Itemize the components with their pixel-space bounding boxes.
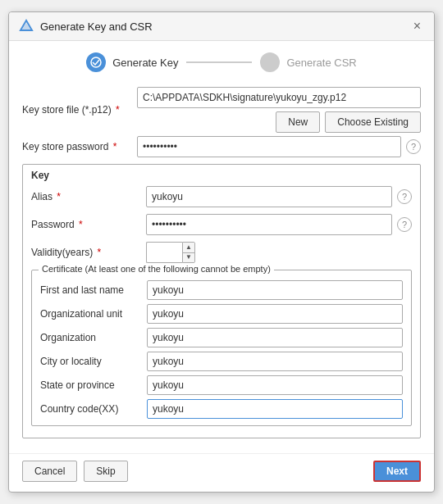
alias-row: Alias * ? (31, 186, 412, 207)
validity-up-arrow[interactable]: ▲ (183, 243, 194, 253)
key-password-row: Password * ? (31, 214, 412, 235)
cert-input-2[interactable] (147, 328, 403, 347)
step2-label: Generate CSR (286, 57, 356, 69)
key-section-label: Key (31, 170, 412, 181)
new-button[interactable]: New (276, 111, 320, 133)
step-connector (186, 61, 252, 63)
skip-button[interactable]: Skip (84, 461, 127, 482)
keystore-password-label: Key store password * (22, 141, 137, 152)
cert-label-2: Organization (40, 332, 147, 343)
stepper: Generate Key Generate CSR (9, 41, 434, 80)
alias-input[interactable] (146, 186, 392, 207)
certificate-section: Certificate (At least one of the followi… (31, 270, 412, 426)
choose-existing-button[interactable]: Choose Existing (325, 111, 421, 133)
keystore-file-row: Key store file (*.p12) * New Choose Exis… (22, 87, 421, 133)
cert-row-4: State or province (40, 375, 403, 395)
cert-input-5[interactable] (147, 399, 403, 419)
footer-left-buttons: Cancel Skip (22, 461, 128, 482)
footer: Cancel Skip Next (9, 453, 434, 492)
cert-input-3[interactable] (147, 352, 403, 371)
cert-row-5: Country code(XX) (40, 399, 403, 419)
cert-input-4[interactable] (147, 375, 403, 395)
app-icon (19, 19, 34, 34)
key-password-input[interactable] (146, 214, 392, 235)
next-button[interactable]: Next (373, 461, 421, 482)
cert-row-2: Organization (40, 328, 403, 347)
file-buttons: New Choose Existing (137, 111, 421, 133)
validity-input[interactable]: 25 (146, 242, 182, 263)
step1-label: Generate Key (112, 57, 178, 69)
cert-label-4: State or province (40, 379, 147, 391)
cert-legend: Certificate (At least one of the followi… (39, 264, 274, 274)
validity-label: Validity(years) * (31, 247, 146, 258)
keystore-password-help-icon[interactable]: ? (406, 139, 421, 154)
cancel-button[interactable]: Cancel (22, 461, 77, 482)
cert-row-0: First and last name (40, 280, 403, 300)
key-password-label: Password * (31, 219, 146, 230)
keystore-required: * (116, 104, 120, 116)
form-content: Key store file (*.p12) * New Choose Exis… (9, 80, 434, 453)
validity-row: Validity(years) * 25 ▲ ▼ (31, 242, 412, 263)
keystore-password-row: Key store password * ? (22, 136, 421, 157)
keystore-file-label: Key store file (*.p12) * (22, 104, 137, 116)
step-1: Generate Key (86, 52, 178, 72)
titlebar: Generate Key and CSR × (9, 12, 434, 41)
keystore-file-input-area: New Choose Existing (137, 87, 421, 133)
step1-circle (86, 52, 106, 72)
close-button[interactable]: × (410, 20, 424, 33)
key-section: Key Alias * ? Password * (22, 164, 421, 438)
cert-input-1[interactable] (147, 304, 403, 324)
cert-row-3: City or locality (40, 352, 403, 371)
cert-label-0: First and last name (40, 284, 147, 296)
alias-label: Alias * (31, 191, 146, 202)
keystore-password-input[interactable] (137, 136, 401, 157)
alias-help-icon[interactable]: ? (397, 189, 412, 204)
titlebar-left: Generate Key and CSR (19, 19, 153, 34)
cert-label-1: Organizational unit (40, 308, 147, 320)
validity-spinner: 25 ▲ ▼ (146, 242, 195, 263)
password-required: * (113, 141, 117, 152)
validity-down-arrow[interactable]: ▼ (183, 253, 194, 263)
spinner-arrows: ▲ ▼ (182, 242, 195, 263)
step-2: Generate CSR (260, 52, 356, 72)
cert-input-0[interactable] (147, 280, 403, 300)
generate-key-csr-dialog: Generate Key and CSR × Generate Key Gene… (8, 11, 435, 493)
step1-icon (90, 57, 102, 68)
step2-circle (260, 52, 280, 72)
svg-point-2 (91, 57, 101, 67)
key-password-help-icon[interactable]: ? (397, 217, 412, 232)
cert-label-3: City or locality (40, 356, 147, 367)
cert-fields: First and last name Organizational unit … (40, 277, 403, 419)
keystore-file-input[interactable] (137, 87, 421, 108)
cert-label-5: Country code(XX) (40, 403, 147, 415)
cert-row-1: Organizational unit (40, 304, 403, 324)
dialog-title: Generate Key and CSR (40, 20, 153, 33)
